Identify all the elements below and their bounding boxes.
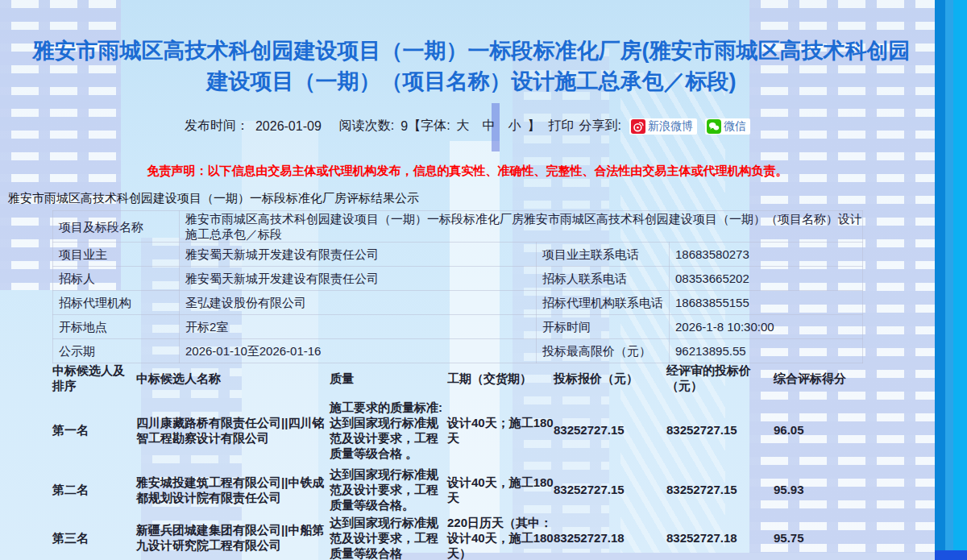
info-value-tenderer: 雅安蜀天新城开发建设有限责任公司 (180, 267, 537, 291)
header-name: 中标候选人名称 (136, 363, 330, 393)
candidate-name: 新疆兵团城建集团有限公司||中船第九设计研究院工程有限公司 (136, 512, 330, 560)
candidate-row: 第二名 雅安城投建筑工程有限公司||中铁成都规划设计院有限责任公司 达到国家现行… (52, 467, 862, 512)
candidate-evaluated: 83252727.18 (666, 512, 774, 560)
info-value-owner-phone: 18683580273 (670, 243, 863, 267)
font-size-label-open: 【字体: (408, 118, 450, 135)
share-label: 分享到: (579, 118, 621, 135)
candidate-rank: 第一名 (52, 393, 136, 467)
candidate-name: 雅安城投建筑工程有限公司||中铁成都规划设计院有限责任公司 (136, 467, 330, 512)
project-info-table: 项目及标段名称 雅安市雨城区高技术科创园建设项目（一期）一标段标准化厂房雅安市雨… (52, 210, 863, 363)
table-row: 招标人 雅安蜀天新城开发建设有限责任公司 招标人联系电话 08353665202 (53, 267, 863, 291)
info-value-owner: 雅安蜀天新城开发建设有限责任公司 (180, 243, 537, 267)
info-value-agency: 圣弘建设股份有限公司 (180, 291, 537, 315)
info-label-open-time: 开标时间 (537, 315, 670, 339)
font-size-large-button[interactable]: 大 (457, 118, 470, 135)
candidate-duration: 220日历天（其中：设计40天，施工180天） (447, 512, 554, 560)
info-label-max-price: 投标最高限价（元） (537, 339, 670, 363)
candidate-evaluated: 83252727.15 (666, 393, 774, 467)
info-label-publicity-period: 公示期 (53, 339, 180, 363)
right-accent-strip (935, 0, 967, 560)
disclaimer-text: 免责声明：以下信息由交易主体或代理机构发布，信息的真实性、准确性、完整性、合法性… (0, 164, 935, 179)
share-wechat-label: 微信 (724, 119, 746, 134)
candidate-rank: 第二名 (52, 467, 136, 512)
info-value-max-price: 96213895.55 (670, 339, 863, 363)
info-value-project-name: 雅安市雨城区高技术科创园建设项目（一期）一标段标准化厂房雅安市雨城区高技术科创园… (180, 211, 863, 243)
header-score: 综合评标得分 (774, 363, 862, 393)
header-rank: 中标候选人及排序 (52, 363, 136, 393)
candidates-table: 中标候选人及排序 中标候选人名称 质量 工期（交货期） 投标报价（元） 经评审的… (52, 363, 862, 560)
table-header-row: 中标候选人及排序 中标候选人名称 质量 工期（交货期） 投标报价（元） 经评审的… (52, 363, 862, 393)
table-row: 项目业主 雅安蜀天新城开发建设有限责任公司 项目业主联系电话 186835802… (53, 243, 863, 267)
candidate-quality: 施工要求的质量标准:达到国家现行标准规范及设计要求，工程质量等级合格 。 (330, 393, 447, 467)
info-label-owner: 项目业主 (53, 243, 180, 267)
print-button[interactable]: 打印 (549, 118, 575, 135)
candidate-quality: 达到国家现行标准规范及设计要求，工程质量等级合格。 (330, 467, 447, 512)
table-row: 公示期 2026-01-10至2026-01-16 投标最高限价（元） 9621… (53, 339, 863, 363)
info-label-open-place: 开标地点 (53, 315, 180, 339)
candidate-row: 第三名 新疆兵团城建集团有限公司||中船第九设计研究院工程有限公司 达到国家现行… (52, 512, 862, 560)
font-size-small-button[interactable]: 小 (508, 118, 521, 135)
font-size-medium-button[interactable]: 中 (483, 118, 496, 135)
share-weibo-button[interactable]: 新浪微博 (629, 118, 697, 135)
share-weibo-label: 新浪微博 (648, 119, 693, 134)
candidate-score: 96.05 (774, 393, 862, 467)
font-size-label-close: 】 (528, 118, 541, 135)
table-row: 项目及标段名称 雅安市雨城区高技术科创园建设项目（一期）一标段标准化厂房雅安市雨… (53, 211, 863, 243)
header-bid: 投标报价（元） (554, 363, 666, 393)
views-count: 9 (400, 119, 408, 134)
candidate-score: 95.75 (774, 512, 862, 560)
info-value-open-place: 开标2室 (180, 315, 537, 339)
publish-date: 2026-01-09 (255, 119, 322, 134)
table-row: 招标代理机构 圣弘建设股份有限公司 招标代理机构联系电话 18683855155 (53, 291, 863, 315)
info-label-tenderer: 招标人 (53, 267, 180, 291)
info-value-agency-phone: 18683855155 (670, 291, 863, 315)
meta-bar: 发布时间： 2026-01-09 阅读次数: 9 【字体: 大 中 小 】 打印… (0, 118, 935, 135)
candidate-rank: 第三名 (52, 512, 136, 560)
info-value-open-time: 2026-1-8 10:30:00 (670, 315, 863, 339)
info-value-tenderer-phone: 08353665202 (670, 267, 863, 291)
info-label-project-name: 项目及标段名称 (53, 211, 180, 243)
candidate-name: 四川康藏路桥有限责任公司||四川铭智工程勘察设计有限公司 (136, 393, 330, 467)
result-publicity-subtitle: 雅安市雨城区高技术科创园建设项目（一期）一标段标准化厂房评标结果公示 (8, 191, 419, 206)
info-label-owner-phone: 项目业主联系电话 (537, 243, 670, 267)
header-evaluated: 经评审的投标价（元） (666, 363, 774, 393)
candidate-duration: 设计40天；施工180天 (447, 393, 554, 467)
candidate-evaluated: 83252727.15 (666, 467, 774, 512)
table-row: 开标地点 开标2室 开标时间 2026-1-8 10:30:00 (53, 315, 863, 339)
wechat-icon (707, 119, 724, 134)
candidate-score: 95.93 (774, 467, 862, 512)
views-label: 阅读次数: (339, 118, 394, 135)
candidate-row: 第一名 四川康藏路桥有限责任公司||四川铭智工程勘察设计有限公司 施工要求的质量… (52, 393, 862, 467)
header-quality: 质量 (330, 363, 447, 393)
info-value-publicity-period: 2026-01-10至2026-01-16 (180, 339, 537, 363)
info-label-tenderer-phone: 招标人联系电话 (537, 267, 670, 291)
weibo-icon (631, 119, 648, 134)
candidate-bid: 83252727.18 (554, 512, 666, 560)
announcement-page: 雅安市雨城区高技术科创园建设项目（一期）一标段标准化厂房(雅安市雨城区高技术科创… (0, 0, 967, 560)
candidate-duration: 设计40天，施工180天 (447, 467, 554, 512)
header-duration: 工期（交货期） (447, 363, 554, 393)
page-title: 雅安市雨城区高技术科创园建设项目（一期）一标段标准化厂房(雅安市雨城区高技术科创… (24, 35, 919, 97)
info-label-agency: 招标代理机构 (53, 291, 180, 315)
candidate-bid: 83252727.15 (554, 467, 666, 512)
candidate-quality: 达到国家现行标准规范及设计要求，工程质量等级合格 (330, 512, 447, 560)
share-wechat-button[interactable]: 微信 (705, 118, 750, 135)
candidate-bid: 83252727.15 (554, 393, 666, 467)
publish-time-label: 发布时间： (185, 118, 249, 135)
info-label-agency-phone: 招标代理机构联系电话 (537, 291, 670, 315)
